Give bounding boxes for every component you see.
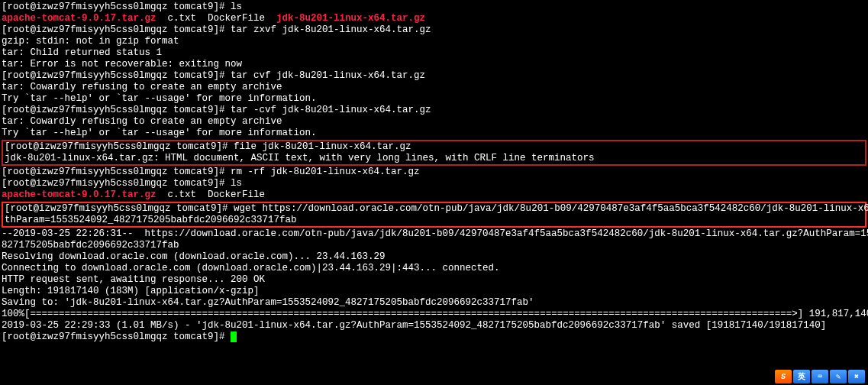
error-line: tar: Cowardly refusing to create an empt… (2, 116, 866, 128)
progress-bar: [=======================================… (24, 309, 803, 319)
file-output: jdk-8u201-linux-x64.tar.gz: HTML documen… (5, 153, 863, 164)
wget-done: 2019-03-25 22:29:33 (1.01 MB/s) - 'jdk-8… (2, 320, 866, 332)
prompt: [root@izwz97fmisyyh5css0lmgqz tomcat9]# (2, 105, 231, 115)
wget-output: Resolving download.oracle.com (download.… (2, 251, 866, 263)
file-archive: apache-tomcat-9.0.17.tar.gz (2, 13, 156, 24)
terminal-output[interactable]: [root@izwz97fmisyyh5css0lmgqz tomcat9]# … (2, 2, 866, 343)
wget-output: Length: 191817140 (183M) [application/x-… (2, 286, 866, 297)
command: wget https://download.oracle.com/otn-pub… (234, 203, 868, 214)
file-archive: jdk-8u201-linux-x64.tar.gz (276, 13, 425, 24)
error-line: gzip: stdin: not in gzip format (2, 36, 866, 47)
file-list: c.txt DockerFile (156, 189, 266, 200)
prompt: [root@izwz97fmisyyh5css0lmgqz tomcat9]# (5, 203, 234, 214)
command: ls (231, 178, 242, 189)
progress-line: 100%[===================================… (2, 309, 866, 320)
ime-lang-icon[interactable]: 英 (793, 370, 810, 383)
command: file jdk-8u201-linux-x64.tar.gz (234, 141, 411, 152)
prompt: [root@izwz97fmisyyh5css0lmgqz tomcat9]# (2, 70, 231, 81)
prompt-line: [root@izwz97fmisyyh5css0lmgqz tomcat9]# (2, 332, 866, 343)
prompt: [root@izwz97fmisyyh5css0lmgqz tomcat9]# (2, 24, 231, 35)
wget-output: Saving to: 'jdk-8u201-linux-x64.tar.gz?A… (2, 297, 866, 309)
highlight-box-file: [root@izwz97fmisyyh5css0lmgqz tomcat9]# … (2, 140, 866, 166)
ls-output: apache-tomcat-9.0.17.tar.gz c.txt Docker… (2, 13, 866, 24)
prompt: [root@izwz97fmisyyh5css0lmgqz tomcat9]# (2, 178, 231, 189)
highlight-box-wget: [root@izwz97fmisyyh5css0lmgqz tomcat9]# … (2, 202, 866, 228)
ime-keyboard-icon[interactable]: ⌨ (812, 370, 828, 383)
prompt-line: [root@izwz97fmisyyh5css0lmgqz tomcat9]# … (2, 167, 866, 178)
error-line: tar: Child returned status 1 (2, 47, 866, 59)
progress-stats: 191,817,140 649KB/s in 3m 0s (803, 309, 868, 319)
prompt: [root@izwz97fmisyyh5css0lmgqz tomcat9]# (2, 332, 231, 342)
prompt-line: [root@izwz97fmisyyh5css0lmgqz tomcat9]# … (5, 203, 863, 215)
prompt: [root@izwz97fmisyyh5css0lmgqz tomcat9]# (2, 2, 231, 12)
file-archive: apache-tomcat-9.0.17.tar.gz (2, 189, 156, 200)
command: tar zxvf jdk-8u201-linux-x64.tar.gz (231, 24, 431, 35)
cursor[interactable] (231, 332, 237, 342)
command: tar -cvf jdk-8u201-linux-x64.tar.gz (231, 105, 431, 115)
prompt-line: [root@izwz97fmisyyh5css0lmgqz tomcat9]# … (2, 70, 866, 82)
prompt-line: [root@izwz97fmisyyh5css0lmgqz tomcat9]# … (2, 105, 866, 116)
command: rm -rf jdk-8u201-linux-x64.tar.gz (231, 167, 420, 177)
error-line: tar: Error is not recoverable: exiting n… (2, 59, 866, 70)
error-line: tar: Cowardly refusing to create an empt… (2, 82, 866, 93)
progress-percent: 100% (2, 309, 24, 319)
ls-output: apache-tomcat-9.0.17.tar.gz c.txt Docker… (2, 189, 866, 201)
ime-close-icon[interactable]: ✖ (848, 370, 865, 383)
command: tar cvf jdk-8u201-linux-x64.tar.gz (231, 70, 425, 81)
error-line: Try `tar --help' or `tar --usage' for mo… (2, 128, 866, 139)
prompt-line: [root@izwz97fmisyyh5css0lmgqz tomcat9]# … (2, 2, 866, 13)
prompt-line: [root@izwz97fmisyyh5css0lmgqz tomcat9]# … (5, 141, 863, 153)
ime-sogou-icon[interactable]: S (775, 370, 792, 383)
wget-output: Connecting to download.oracle.com (downl… (2, 263, 866, 274)
wget-output: HTTP request sent, awaiting response... … (2, 274, 866, 286)
error-line: Try `tar --help' or `tar --usage' for mo… (2, 93, 866, 105)
prompt-line: [root@izwz97fmisyyh5css0lmgqz tomcat9]# … (2, 24, 866, 36)
prompt: [root@izwz97fmisyyh5css0lmgqz tomcat9]# (2, 167, 231, 177)
command-cont: thParam=1553524092_4827175205babfdc20966… (5, 215, 863, 226)
file-list: c.txt DockerFile (156, 13, 277, 24)
system-tray: S 英 ⌨ ✎ ✖ (772, 368, 868, 385)
prompt-line: [root@izwz97fmisyyh5css0lmgqz tomcat9]# … (2, 178, 866, 189)
wget-output: 827175205babfdc2096692c33717fab (2, 240, 866, 251)
command: ls (231, 2, 242, 12)
ime-tool-icon[interactable]: ✎ (830, 370, 847, 383)
wget-output: --2019-03-25 22:26:31-- https://download… (2, 228, 866, 240)
prompt: [root@izwz97fmisyyh5css0lmgqz tomcat9]# (5, 141, 234, 152)
